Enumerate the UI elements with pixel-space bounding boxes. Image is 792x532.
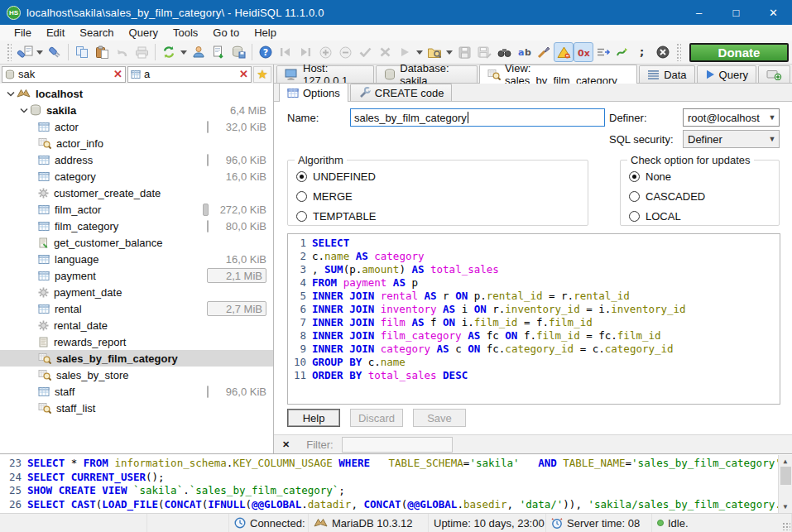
tab-query[interactable]: Query	[697, 65, 756, 83]
resize-grip[interactable]	[782, 522, 790, 530]
tree-item-get_customer_balance[interactable]: get_customer_balance	[0, 234, 273, 251]
scroll-down-icon[interactable]: ▼	[784, 501, 788, 513]
tab-data[interactable]: Data	[639, 65, 694, 83]
disconnect-button[interactable]	[45, 42, 65, 62]
tree-item-category[interactable]: category16,0 KiB	[0, 168, 273, 185]
run-query-button[interactable]	[395, 42, 415, 62]
toolbar-grip[interactable]	[676, 43, 681, 61]
connect-dropdown[interactable]	[35, 42, 45, 62]
radio-check-option-cascaded[interactable]: CASCADED	[629, 190, 779, 203]
sql-security-combobox[interactable]: Definer ▼	[683, 130, 780, 148]
paste-button[interactable]	[92, 42, 112, 62]
menu-edit[interactable]: Edit	[39, 26, 72, 39]
menu-search[interactable]: Search	[72, 26, 121, 39]
export-database-button[interactable]	[209, 42, 228, 62]
delete-row-button[interactable]	[335, 42, 355, 62]
tree-item-rental[interactable]: rental2,7 MiB	[0, 300, 273, 317]
blob-as-text-toggle[interactable]	[554, 42, 574, 62]
tree-item-sales_by_film_category[interactable]: sales_by_film_category	[0, 350, 273, 367]
tree-item-customer_create_date[interactable]: customer_create_date	[0, 185, 273, 201]
filter-input[interactable]	[342, 437, 453, 453]
help-button[interactable]: Help	[287, 409, 340, 427]
scroll-up-icon[interactable]: ▲	[784, 455, 788, 467]
tree-item-address[interactable]: address96,0 KiB	[0, 151, 273, 168]
radio-check-option-none[interactable]: None	[629, 170, 779, 183]
tree-item-film_category[interactable]: film_category80,0 KiB	[0, 218, 273, 234]
clear-database-filter-icon[interactable]: ✕	[113, 68, 122, 80]
tree-item-staff_list[interactable]: staff_list	[0, 400, 273, 416]
clear-table-filter-icon[interactable]: ✕	[239, 68, 248, 80]
subtab-options[interactable]: Options	[279, 83, 348, 102]
log-scrollbar[interactable]: ▲ ▼	[778, 455, 792, 513]
toolbar-grip[interactable]	[7, 43, 12, 61]
find-text-button[interactable]	[494, 42, 514, 62]
save-button[interactable]: Save	[413, 409, 466, 427]
load-sql-file-button[interactable]	[425, 42, 444, 62]
menu-file[interactable]: File	[7, 26, 39, 39]
delimiter-button[interactable]: ;	[633, 42, 653, 62]
sql-log-panel[interactable]: 23SELECT * FROM information_schema.KEY_C…	[0, 453, 792, 513]
view-name-input[interactable]: sales_by_film_category	[350, 108, 605, 127]
insert-row-button[interactable]	[315, 42, 335, 62]
close-button[interactable]: ✕	[755, 0, 792, 25]
tree-item-language[interactable]: language16,0 KiB	[0, 251, 273, 267]
tree-item-rental_date[interactable]: rental_date	[0, 317, 273, 333]
close-filter-icon[interactable]: ✕	[282, 439, 290, 450]
radio-algorithm-undefined[interactable]: UNDEFINED	[296, 170, 588, 183]
first-record-button[interactable]	[276, 42, 295, 62]
tree-item-actor[interactable]: actor32,0 KiB	[0, 118, 273, 135]
menu-go-to[interactable]: Go to	[205, 26, 247, 39]
post-changes-button[interactable]	[355, 42, 375, 62]
menu-help[interactable]: Help	[247, 26, 284, 39]
donate-button[interactable]: Donate	[689, 43, 789, 62]
tree-item-sales_by_store[interactable]: sales_by_store	[0, 367, 273, 383]
radio-algorithm-temptable[interactable]: TEMPTABLE	[296, 210, 588, 223]
expander-chevron-icon[interactable]	[5, 91, 17, 97]
tab-host[interactable]: Host: 127.0.0.1	[276, 65, 374, 83]
table-filter-input[interactable]: a ✕	[127, 66, 252, 83]
tree-item-film_actor[interactable]: film_actor272,0 KiB	[0, 201, 273, 218]
insert-snippet-button[interactable]	[593, 42, 613, 62]
tab-new-query[interactable]	[758, 65, 790, 83]
scroll-thumb[interactable]	[780, 467, 791, 485]
expander-chevron-icon[interactable]	[18, 108, 30, 113]
tab-view[interactable]: View: sales_by_film_category	[479, 65, 637, 84]
database-filter-input[interactable]: sak ✕	[2, 66, 126, 83]
print-button[interactable]	[132, 42, 151, 62]
tree-item-payment[interactable]: payment2,1 MiB	[0, 267, 273, 284]
connect-button[interactable]	[15, 42, 35, 62]
user-manager-button[interactable]	[189, 42, 209, 62]
tree-item-rewards_report[interactable]: rewards_report	[0, 333, 273, 350]
maximize-button[interactable]: □	[718, 0, 755, 25]
reformat-sql-button[interactable]	[534, 42, 554, 62]
tree-item-staff[interactable]: staff96,0 KiB	[0, 383, 273, 400]
tree-item-payment_date[interactable]: payment_date	[0, 284, 273, 300]
copy-button[interactable]	[72, 42, 92, 62]
save-data-button[interactable]	[228, 42, 248, 62]
save-sql-as-button[interactable]	[474, 42, 494, 62]
cancel-editing-button[interactable]	[375, 42, 395, 62]
last-record-button[interactable]	[295, 42, 315, 62]
favorites-star-icon[interactable]: ★	[253, 66, 271, 83]
discard-button[interactable]: Discard	[350, 409, 403, 427]
view-select-code-editor[interactable]: 1SELECT2c.name AS category3, SUM(p.amoun…	[287, 233, 780, 405]
minimize-button[interactable]: –	[680, 0, 718, 25]
run-query-dropdown[interactable]	[415, 42, 425, 62]
stop-process-button[interactable]	[653, 42, 673, 62]
undo-button[interactable]	[112, 42, 132, 62]
tree-item-actor_info[interactable]: actor_info	[0, 135, 273, 151]
subtab-create-code[interactable]: CREATE code	[350, 84, 453, 101]
tree-item-sakila[interactable]: sakila6,4 MiB	[0, 102, 273, 118]
binary-in-hex-toggle[interactable]: 0x	[574, 42, 593, 62]
definer-combobox[interactable]: root@localhost ▼	[683, 108, 780, 127]
help-button[interactable]: ?	[256, 42, 276, 62]
refresh-button[interactable]	[159, 42, 179, 62]
radio-algorithm-merge[interactable]: MERGE	[296, 190, 588, 203]
refresh-dropdown[interactable]	[179, 42, 189, 62]
replace-text-button[interactable]: ab	[514, 42, 534, 62]
tab-database[interactable]: Database: sakila	[376, 65, 478, 83]
menu-tools[interactable]: Tools	[166, 26, 205, 39]
load-sql-file-dropdown[interactable]	[444, 42, 454, 62]
menu-query[interactable]: Query	[122, 26, 166, 39]
tree-item-localhost[interactable]: localhost	[0, 85, 273, 102]
